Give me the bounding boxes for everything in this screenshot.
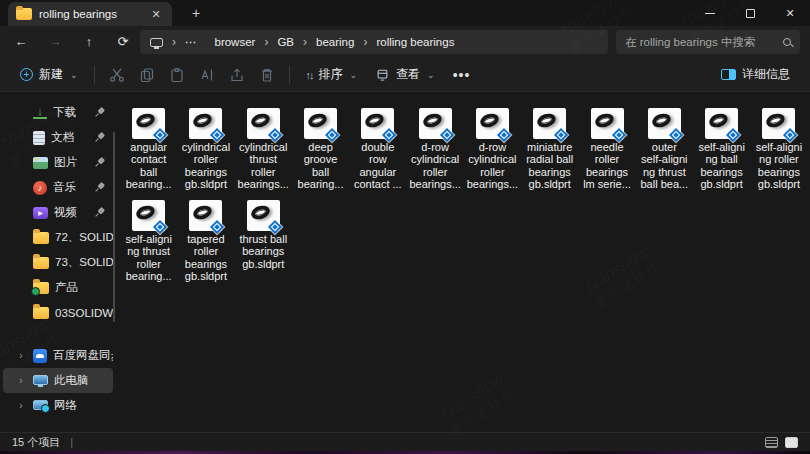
pin-icon — [92, 105, 108, 121]
breadcrumb-item[interactable]: bearing — [316, 36, 354, 48]
sidebar-item[interactable]: 产品 — [3, 275, 113, 300]
see-more-button[interactable]: ••• — [445, 62, 479, 88]
view-label: 查看 — [396, 66, 420, 83]
share-button[interactable] — [223, 62, 251, 88]
breadcrumb-segment: browser — [206, 36, 256, 48]
file-item[interactable]: double row angular contact ... — [349, 108, 406, 200]
rename-button[interactable] — [193, 62, 221, 88]
file-item[interactable]: needle roller bearings lm serie... — [578, 108, 635, 200]
sidebar-item-label: 网络 — [54, 398, 77, 413]
breadcrumb-separator-icon: › — [303, 35, 307, 49]
solidworks-badge-icon — [153, 128, 167, 142]
file-item[interactable]: deep groove ball bearing... — [292, 108, 349, 200]
tree-chevron-icon[interactable]: › — [15, 400, 27, 411]
close-window-button[interactable]: ✕ — [770, 0, 810, 26]
tree-chevron-icon[interactable]: › — [15, 350, 27, 361]
sort-button[interactable]: ↑↓ 排序 ⌄ — [298, 61, 366, 88]
search-input[interactable]: 在 rolling bearings 中搜索 — [625, 35, 783, 50]
bearing-image — [593, 111, 615, 129]
maximize-button[interactable] — [730, 0, 770, 26]
bearing-image — [192, 203, 214, 221]
file-thumbnail — [533, 108, 566, 139]
sidebar-item[interactable]: 73、SOLIDWO — [3, 250, 113, 275]
file-thumbnail — [304, 108, 337, 139]
breadcrumb-separator-icon: › — [172, 35, 176, 49]
file-item[interactable]: d-row cylindrical roller bearings... — [464, 108, 521, 200]
sidebar-item[interactable]: › 百度网盘同步空 — [3, 343, 113, 368]
bearing-image — [650, 111, 672, 129]
tab-title: rolling bearings — [39, 8, 141, 20]
view-button[interactable]: 查看 ⌄ — [367, 61, 443, 88]
breadcrumb-overflow-button[interactable]: ⋯ — [185, 35, 197, 49]
scissors-icon — [109, 67, 125, 83]
paste-button[interactable] — [163, 62, 191, 88]
close-icon: ✕ — [785, 7, 794, 20]
file-item[interactable]: self-aligni ng thrust roller bearing... — [120, 200, 177, 292]
sidebar-item[interactable]: › 网络 — [3, 393, 113, 418]
sidebar-item-label: 下载 — [53, 105, 76, 120]
view-icon — [375, 68, 390, 82]
rename-icon — [199, 67, 215, 83]
back-button[interactable]: ← — [8, 30, 34, 54]
address-row: ← → ↑ ⟳ › ⋯ browser › GB › bearing — [0, 26, 810, 58]
cut-button[interactable] — [103, 62, 131, 88]
forward-button[interactable]: → — [42, 30, 68, 54]
sidebar-item[interactable]: ▶ 视频 — [3, 200, 113, 225]
solidworks-badge-icon — [783, 128, 797, 142]
file-item[interactable]: self-aligni ng roller bearings gb.sldprt — [750, 108, 807, 200]
sidebar-item[interactable]: › 此电脑 — [3, 368, 113, 393]
bearing-image — [249, 203, 271, 221]
sidebar-item-icon: ▶ — [33, 207, 48, 219]
large-icons-view-icon[interactable] — [785, 437, 798, 448]
file-item[interactable]: d-row cylindrical roller bearings... — [406, 108, 463, 200]
bearing-image — [765, 111, 787, 129]
details-view-icon[interactable] — [765, 437, 778, 448]
file-item[interactable]: thrust ball bearings gb.sldprt — [235, 200, 292, 292]
minimize-icon — [705, 13, 715, 14]
file-item[interactable]: tapered roller bearings gb.sldprt — [177, 200, 234, 292]
file-item[interactable]: miniature radial ball bearings gb.sldprt — [521, 108, 578, 200]
bearing-image — [364, 111, 386, 129]
file-item[interactable]: angular contact ball bearing... — [120, 108, 177, 200]
file-thumbnail — [132, 108, 165, 139]
chevron-down-icon: ⌄ — [350, 70, 358, 80]
solidworks-badge-icon — [726, 128, 740, 142]
copy-icon — [139, 67, 155, 83]
file-name: d-row cylindrical roller bearings... — [409, 141, 460, 191]
sidebar-item[interactable]: 图片 — [3, 150, 113, 175]
file-thumbnail — [476, 108, 509, 139]
file-item[interactable]: outer self-aligni ng thrust ball bea... — [636, 108, 693, 200]
title-bar: rolling bearings ✕ + ✕ — [0, 0, 810, 26]
breadcrumb-item[interactable]: GB — [277, 36, 294, 48]
sidebar-item[interactable]: 文档 — [3, 125, 113, 150]
copy-button[interactable] — [133, 62, 161, 88]
close-tab-icon[interactable]: ✕ — [148, 6, 164, 22]
breadcrumb-item[interactable]: browser — [215, 36, 256, 48]
details-pane-button[interactable]: 详细信息 — [713, 61, 798, 88]
sidebar-item[interactable]: ♪ 音乐 — [3, 175, 113, 200]
details-label: 详细信息 — [742, 66, 790, 83]
minimize-button[interactable] — [690, 0, 730, 26]
file-item[interactable]: self-aligni ng ball bearings gb.sldprt — [693, 108, 750, 200]
new-button[interactable]: + 新建 ⌄ — [12, 61, 86, 88]
tree-chevron-icon[interactable]: › — [15, 375, 27, 386]
file-thumbnail — [247, 200, 280, 231]
solidworks-badge-icon — [382, 128, 396, 142]
sidebar-item-icon — [33, 375, 48, 385]
file-name: self-aligni ng roller bearings gb.sldprt — [756, 141, 802, 191]
sidebar-item[interactable]: 03SOLIDWORK — [3, 300, 113, 325]
search-box[interactable]: 在 rolling bearings 中搜索 — [616, 30, 800, 54]
breadcrumb-item[interactable]: rolling bearings — [376, 36, 454, 48]
delete-button[interactable] — [253, 62, 281, 88]
new-tab-button[interactable]: + — [186, 5, 206, 23]
file-item[interactable]: cylindrical roller bearings gb.sldprt — [177, 108, 234, 200]
sidebar-scrollbar[interactable] — [113, 132, 116, 322]
file-item[interactable]: cylindrical thrust roller bearings... — [235, 108, 292, 200]
explorer-tab[interactable]: rolling bearings ✕ — [8, 2, 172, 26]
sidebar-item[interactable]: 72、SOLIDWO — [3, 225, 113, 250]
breadcrumb[interactable]: › ⋯ browser › GB › bearing › — [140, 30, 608, 54]
up-button[interactable]: ↑ — [76, 30, 102, 54]
sidebar-item[interactable]: ↓ 下载 — [3, 100, 113, 125]
refresh-button[interactable]: ⟳ — [110, 30, 136, 54]
paste-icon — [169, 67, 185, 83]
